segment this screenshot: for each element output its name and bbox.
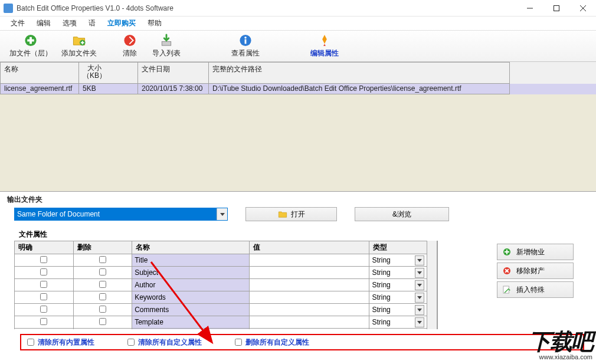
prop-value-cell[interactable] [250,304,369,316]
clear-checkbox[interactable] [40,268,47,276]
prop-col-name[interactable]: 名称 [132,241,250,254]
browse-button[interactable]: &浏览 [355,207,449,221]
svg-rect-9 [81,42,84,43]
clear-icon [123,34,137,47]
menu-edit[interactable]: 编辑 [31,17,57,30]
delete-checkbox[interactable] [99,293,106,300]
add-file-button[interactable]: 加文件（层） [5,32,57,60]
prop-type-cell[interactable]: String [369,316,427,329]
prop-col-type[interactable]: 类型 [369,241,427,254]
close-button[interactable] [569,0,596,17]
cell-path: D:\iTube Studio Downloaded\Batch Edit Of… [209,84,510,94]
window-titlebar: Batch Edit Office Properties V1.0 - 4dot… [0,0,596,17]
menu-language[interactable]: 语 [83,17,101,30]
add-file-icon [24,34,38,47]
menu-buy-now[interactable]: 立即购买 [101,17,142,30]
table-scrollbar[interactable] [427,241,437,329]
property-row[interactable]: TitleString [15,254,427,267]
file-row[interactable]: license_agreement.rtf 5KB 2020/10/15 7:3… [0,84,596,94]
delete-checkbox[interactable] [99,318,106,325]
import-icon [159,34,173,47]
menu-options[interactable]: 选项 [57,17,83,30]
add-property-button[interactable]: 新增物业 [497,244,574,260]
remove-icon [502,266,512,276]
svg-rect-6 [27,40,34,42]
toolbar: 加文件（层） 添加文件夹 清除 导入列表 查看属性 编辑属性 [0,30,596,62]
type-drop-icon[interactable] [415,255,424,265]
view-properties-button[interactable]: 查看属性 [227,32,264,60]
prop-value-cell[interactable] [250,267,369,279]
prop-col-clear[interactable]: 明确 [15,241,74,254]
property-row[interactable]: KeywordsString [15,291,427,304]
prop-col-delete[interactable]: 删除 [73,241,132,254]
menu-bar: 文件 编辑 选项 语 立即购买 帮助 [0,17,596,30]
delete-checkbox[interactable] [99,268,106,276]
prop-name-cell[interactable]: Template [132,316,250,329]
clear-builtin-checkbox[interactable]: 清除所有内置属性 [27,337,94,347]
clear-checkbox[interactable] [40,318,47,325]
cell-name: license_agreement.rtf [0,84,79,94]
prop-name-cell[interactable]: Comments [132,304,250,316]
type-drop-icon[interactable] [415,280,424,290]
folder-icon [278,209,287,219]
combo-drop-icon[interactable] [217,208,227,220]
prop-value-cell[interactable] [250,254,369,267]
col-date[interactable]: 文件日期 [138,62,209,84]
prop-type-cell[interactable]: String [369,267,427,279]
minimize-button[interactable] [516,0,543,17]
svg-rect-13 [162,41,171,45]
clear-button[interactable]: 清除 [112,32,148,60]
properties-table: 明确 删除 名称 值 类型 TitleStringSubjectStringAu… [14,241,427,329]
output-folder-combo[interactable]: Same Folder of Document [14,208,228,221]
property-row[interactable]: CommentsString [15,304,427,316]
col-name[interactable]: 名称 [0,62,79,84]
delete-checkbox[interactable] [99,281,106,288]
maximize-button[interactable] [543,0,569,17]
cell-date: 2020/10/15 7:38:00 [138,84,209,94]
property-row[interactable]: TemplateString [15,316,427,329]
type-drop-icon[interactable] [415,293,424,303]
prop-name-cell[interactable]: Title [132,254,250,267]
type-drop-icon[interactable] [415,268,424,278]
menu-help[interactable]: 帮助 [142,17,168,30]
clear-custom-checkbox[interactable]: 清除所有自定义属性 [127,337,202,347]
property-row[interactable]: SubjectString [15,267,427,279]
prop-type-cell[interactable]: String [369,291,427,304]
svg-rect-16 [245,40,247,44]
svg-rect-1 [554,5,559,11]
clear-checkbox[interactable] [40,293,47,300]
prop-name-cell[interactable]: Author [132,279,250,291]
output-folder-label: 输出文件夹 [0,192,596,206]
col-size[interactable]: 大小 （KB） [79,62,138,84]
delete-checkbox[interactable] [99,306,106,313]
prop-type-cell[interactable]: String [369,304,427,316]
prop-name-cell[interactable]: Subject [132,267,250,279]
type-drop-icon[interactable] [415,317,424,327]
prop-type-cell[interactable]: String [369,254,427,267]
type-drop-icon[interactable] [415,305,424,315]
edit-icon [317,34,332,47]
edit-properties-button[interactable]: 编辑属性 [306,32,343,60]
prop-col-value[interactable]: 值 [250,241,369,254]
prop-value-cell[interactable] [250,316,369,329]
clear-checkbox[interactable] [40,256,47,263]
remove-property-button[interactable]: 移除财产 [497,263,574,279]
prop-type-cell[interactable]: String [369,279,427,291]
clear-checkbox[interactable] [40,306,47,313]
delete-custom-checkbox[interactable]: 删除所有自定义属性 [235,337,309,347]
delete-checkbox[interactable] [99,256,106,263]
open-button[interactable]: 打开 [245,207,337,221]
property-row[interactable]: AuthorString [15,279,427,291]
window-title: Batch Edit Office Properties V1.0 - 4dot… [17,4,516,12]
insert-icon [502,285,512,294]
col-path[interactable]: 完整的文件路径 [209,62,510,84]
import-list-button[interactable]: 导入列表 [148,32,185,60]
cell-size: 5KB [79,84,138,94]
insert-special-button[interactable]: 插入特殊 [497,281,574,298]
prop-value-cell[interactable] [250,279,369,291]
prop-name-cell[interactable]: Keywords [132,291,250,304]
menu-file[interactable]: 文件 [5,17,31,30]
add-folder-button[interactable]: 添加文件夹 [57,32,101,60]
clear-checkbox[interactable] [40,281,47,288]
prop-value-cell[interactable] [250,291,369,304]
